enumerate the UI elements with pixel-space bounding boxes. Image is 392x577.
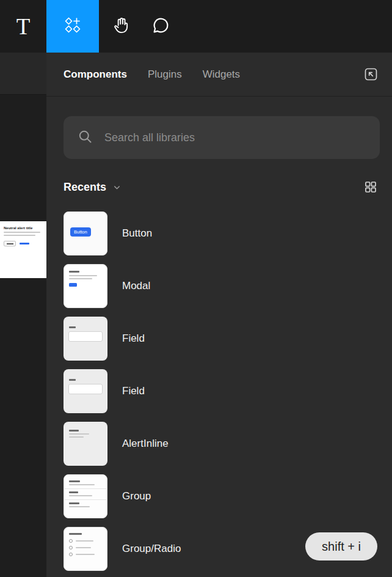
list-item-group[interactable]: Group: [46, 474, 392, 518]
list-item-field[interactable]: Field: [46, 317, 392, 361]
detach-panel-button[interactable]: [361, 65, 380, 84]
thumb-button-chip: Button: [70, 227, 91, 237]
list-item-alertinline[interactable]: AlertInline: [46, 422, 392, 466]
grid-view-icon: [363, 180, 378, 194]
text-tool-icon: T: [16, 15, 31, 38]
tab-plugins[interactable]: Plugins: [148, 68, 182, 81]
canvas-card-actions: [4, 241, 43, 246]
shortcut-hint-badge: shift + i: [305, 532, 377, 560]
canvas-card-button-shape: [4, 241, 16, 246]
hand-icon: [112, 16, 131, 37]
search-input[interactable]: [104, 131, 368, 144]
thumbnail-alertinline: [64, 422, 107, 466]
panel-header: Components Plugins Widgets: [46, 53, 392, 97]
components-list: Button Button Modal Field: [46, 211, 392, 571]
canvas-card-textline: [4, 235, 35, 236]
thumbnail-field: [64, 317, 107, 361]
item-label: Button: [122, 227, 152, 240]
assets-panel: Components Plugins Widgets Recents: [46, 53, 392, 577]
thumbnail-group: [64, 474, 107, 518]
thumbnail-button: Button: [64, 211, 107, 255]
canvas-card-link-shape: [20, 243, 29, 244]
canvas-card-textline: [4, 232, 40, 233]
comment-tool-button[interactable]: [139, 0, 182, 53]
item-label: Group: [122, 490, 151, 502]
top-toolbar: T: [0, 0, 392, 53]
list-item-modal[interactable]: Modal: [46, 264, 392, 308]
recents-header: Recents: [64, 180, 379, 194]
search-icon: [77, 128, 93, 147]
thumbnail-field: [64, 369, 107, 413]
tab-components[interactable]: Components: [64, 68, 127, 81]
item-label: Modal: [122, 280, 150, 292]
canvas-card-title: Neutral alert title: [4, 226, 43, 230]
canvas-band: [0, 53, 46, 95]
canvas-area[interactable]: Neutral alert title: [0, 53, 46, 577]
item-label: Group/Radio: [122, 543, 181, 555]
text-tool-button[interactable]: T: [0, 0, 46, 53]
recents-title: Recents: [64, 181, 106, 194]
search-bar[interactable]: [64, 116, 380, 159]
list-item-button[interactable]: Button Button: [46, 211, 392, 255]
thumbnail-group-radio: [64, 527, 107, 571]
grid-view-button[interactable]: [363, 179, 379, 195]
list-item-field[interactable]: Field: [46, 369, 392, 413]
tab-widgets[interactable]: Widgets: [203, 68, 240, 81]
item-label: AlertInline: [122, 438, 169, 450]
thumbnail-modal: [64, 264, 107, 308]
assets-icon: [63, 15, 82, 37]
item-label: Field: [122, 385, 145, 397]
canvas-alert-card: Neutral alert title: [0, 221, 46, 278]
hand-tool-button[interactable]: [104, 0, 139, 53]
item-label: Field: [122, 333, 145, 345]
arrow-up-left-box-icon: [363, 66, 379, 83]
chevron-down-icon[interactable]: [112, 183, 122, 192]
comment-icon: [151, 16, 170, 37]
assets-tool-button[interactable]: [46, 0, 99, 53]
